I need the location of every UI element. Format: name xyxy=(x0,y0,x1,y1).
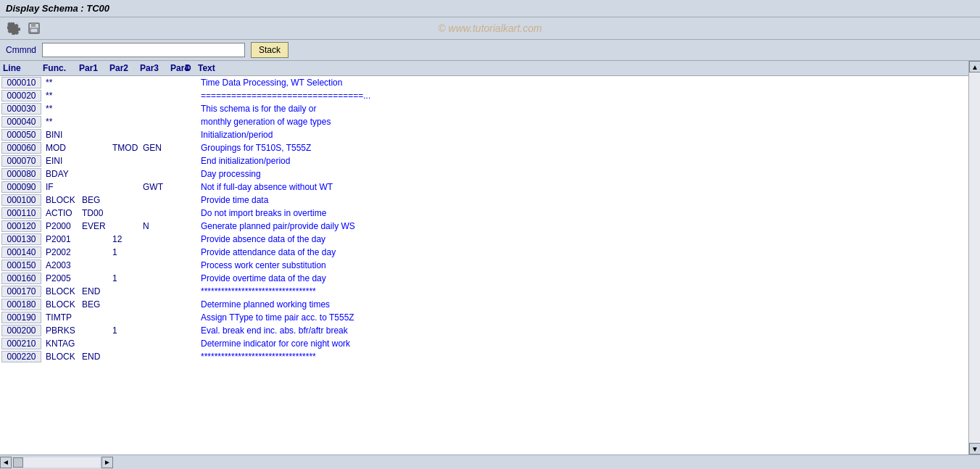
cell-par2 xyxy=(109,212,140,214)
cell-par3 xyxy=(140,108,170,109)
cell-par4 xyxy=(170,278,185,279)
cell-func: EINI xyxy=(43,155,79,167)
table-row[interactable]: 000120P2000EVERNGenerate planned pair/pr… xyxy=(0,220,968,233)
cell-text: ================================... xyxy=(198,90,968,101)
scroll-right-button[interactable]: ► xyxy=(101,457,113,468)
title-bar: Display Schema : TC00 xyxy=(0,0,980,17)
cell-text: Determine planned working times xyxy=(198,299,968,310)
cell-text: End initialization/period xyxy=(198,155,968,167)
col-header-par3: Par3 xyxy=(137,62,167,74)
col-header-par1: Par1 xyxy=(76,62,107,74)
toolbar: © www.tutorialkart.com xyxy=(0,17,980,40)
cell-text: Provide time data xyxy=(198,194,968,206)
cell-par1 xyxy=(79,265,109,266)
cell-d xyxy=(185,238,198,240)
cell-par1 xyxy=(79,173,109,175)
settings-icon[interactable] xyxy=(6,20,22,36)
cell-par4 xyxy=(170,225,185,227)
cell-func: P2005 xyxy=(43,273,79,284)
table-row[interactable]: 000150A2003Process work center substitut… xyxy=(0,259,968,272)
cell-par4 xyxy=(170,134,185,136)
cell-line: 000220 xyxy=(1,351,41,362)
cell-line: 000070 xyxy=(1,155,41,167)
cell-par3 xyxy=(140,265,170,266)
cell-par3 xyxy=(140,304,170,305)
cell-d xyxy=(185,252,198,253)
table-row[interactable]: 000040**monthly generation of wage types xyxy=(0,115,968,128)
cell-func: ** xyxy=(43,103,79,115)
table-row[interactable]: 000140P20021Provide attendance data of t… xyxy=(0,246,968,259)
table-row[interactable]: 000070EINIEnd initialization/period xyxy=(0,154,968,167)
cell-par2 xyxy=(109,225,140,227)
cell-par3 xyxy=(140,238,170,240)
cell-par2 xyxy=(109,304,140,305)
cell-d xyxy=(185,173,198,175)
cell-par1 xyxy=(79,160,109,162)
cell-par4 xyxy=(170,304,185,305)
command-input[interactable] xyxy=(42,43,245,57)
table-row[interactable]: 000110ACTIOTD00Do not import breaks in o… xyxy=(0,207,968,220)
svg-rect-6 xyxy=(31,23,36,27)
table-row[interactable]: 000190TIMTPAssign TType to time pair acc… xyxy=(0,311,968,324)
scroll-left-button[interactable]: ◄ xyxy=(0,457,12,468)
cell-d xyxy=(185,82,198,83)
h-scroll-handle[interactable] xyxy=(13,457,23,468)
cell-par1: BEG xyxy=(79,194,109,206)
cell-func: ** xyxy=(43,90,79,101)
scroll-down-button[interactable]: ▼ xyxy=(969,443,980,455)
cell-d xyxy=(185,291,198,292)
cell-func: BDAY xyxy=(43,168,79,180)
right-scrollbar[interactable]: ▲ ▼ xyxy=(968,61,980,455)
table-row[interactable]: 000010**Time Data Processing, WT Selecti… xyxy=(0,76,968,89)
table-row[interactable]: 000050BINIInitialization/period xyxy=(0,128,968,141)
cell-line: 000050 xyxy=(1,129,41,141)
save-icon[interactable] xyxy=(26,20,42,36)
cell-d xyxy=(185,121,198,123)
cell-par1 xyxy=(79,317,109,318)
cell-line: 000030 xyxy=(1,103,41,115)
table-row[interactable]: 000200PBRKS1Eval. break end inc. abs. bf… xyxy=(0,324,968,337)
cell-d xyxy=(185,265,198,266)
cell-d xyxy=(185,95,198,96)
table-row[interactable]: 000020**================================… xyxy=(0,89,968,102)
cell-text: This schema is for the daily or xyxy=(198,103,968,115)
col-header-text: Text xyxy=(195,62,968,74)
column-headers: Line Func. Par1 Par2 Par3 Par4 D Text xyxy=(0,61,968,76)
table-row[interactable]: 000090IFGWTNot if full-day absence witho… xyxy=(0,180,968,194)
table-row[interactable]: 000160P20051Provide overtime data of the… xyxy=(0,272,968,285)
cell-par1 xyxy=(79,238,109,240)
cell-par1 xyxy=(79,147,109,149)
table-row[interactable]: 000170BLOCKEND**************************… xyxy=(0,285,968,298)
cell-line: 000060 xyxy=(1,142,41,154)
cell-par3 xyxy=(140,199,170,201)
table-row[interactable]: 000030**This schema is for the daily or xyxy=(0,102,968,115)
cell-par4 xyxy=(170,82,185,83)
cell-par4 xyxy=(170,95,185,96)
table-row[interactable]: 000130P200112Provide absence data of the… xyxy=(0,233,968,246)
cell-text: Initialization/period xyxy=(198,129,968,141)
cell-par1: EVER xyxy=(79,220,109,232)
cell-d xyxy=(185,225,198,227)
col-header-line: Line xyxy=(0,62,40,74)
cell-par1 xyxy=(79,343,109,344)
scroll-up-button[interactable]: ▲ xyxy=(969,61,980,72)
cell-d xyxy=(185,212,198,214)
command-bar: Cmmnd Stack xyxy=(0,40,980,61)
cell-par2 xyxy=(109,265,140,266)
cell-func: ** xyxy=(43,77,79,88)
cell-line: 000090 xyxy=(1,181,41,193)
cell-func: BINI xyxy=(43,129,79,141)
table-row[interactable]: 000180BLOCKBEGDetermine planned working … xyxy=(0,298,968,311)
cell-par1: END xyxy=(79,286,109,297)
table-row[interactable]: 000080BDAYDay processing xyxy=(0,167,968,180)
cell-par2 xyxy=(109,95,140,96)
table-row[interactable]: 000060MODTMODGENGroupings for T510S, T55… xyxy=(0,141,968,154)
table-row[interactable]: 000220BLOCKEND**************************… xyxy=(0,350,968,363)
table-row[interactable]: 000100BLOCKBEGProvide time data xyxy=(0,194,968,207)
cell-par3 xyxy=(140,212,170,214)
cell-func: ACTIO xyxy=(43,207,79,219)
table-row[interactable]: 000210KNTAGDetermine indicator for core … xyxy=(0,337,968,350)
stack-button[interactable]: Stack xyxy=(251,42,288,58)
col-header-par2: Par2 xyxy=(107,62,137,74)
main-content: Line Func. Par1 Par2 Par3 Par4 D Text 00… xyxy=(0,61,980,455)
